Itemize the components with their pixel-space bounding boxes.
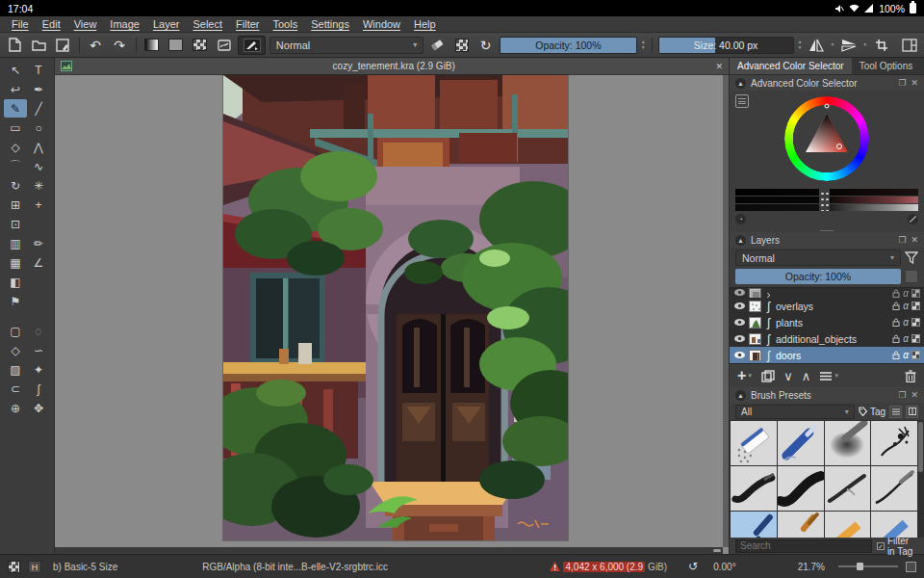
- move-layer-down-button[interactable]: ∨: [783, 369, 793, 383]
- shade-selector[interactable]: [735, 189, 918, 212]
- reload-preset-button[interactable]: ↻: [475, 36, 496, 55]
- trim-image-button[interactable]: [871, 36, 891, 55]
- visibility-eye-icon[interactable]: [733, 318, 746, 327]
- brush-preset-ink-pen-4[interactable]: [871, 466, 917, 511]
- alpha-lock-icon[interactable]: [911, 318, 920, 327]
- size-spinner[interactable]: ▲▼: [798, 39, 803, 50]
- preset-menu-icon[interactable]: [889, 406, 902, 418]
- visibility-eye-icon[interactable]: [733, 302, 746, 310]
- polyline-tool[interactable]: ⋀: [27, 138, 50, 156]
- rect-select-tool[interactable]: ▢: [4, 322, 27, 340]
- brush-preset-pencil-orange[interactable]: [825, 512, 871, 538]
- float-docker-icon[interactable]: ❐: [898, 390, 906, 400]
- transform-layer-tool[interactable]: ⊞: [4, 196, 27, 214]
- lock-icon[interactable]: [892, 334, 900, 343]
- brush-preset-eraser[interactable]: [731, 421, 777, 465]
- dynamic-brush-tool[interactable]: ↻: [4, 176, 27, 195]
- menu-tools[interactable]: Tools: [268, 18, 304, 30]
- duplicate-layer-button[interactable]: [761, 370, 775, 382]
- polygon-tool[interactable]: ◇: [4, 138, 27, 156]
- freehand-brush-tool[interactable]: ✎: [4, 99, 27, 118]
- menu-window[interactable]: Window: [357, 18, 406, 30]
- open-document-button[interactable]: [29, 36, 49, 55]
- alpha-lock-icon[interactable]: [911, 334, 920, 343]
- canvas-area[interactable]: [55, 75, 729, 554]
- canvas-painting[interactable]: [223, 75, 568, 540]
- multibrush-tool[interactable]: ✳: [27, 176, 50, 195]
- alpha-lock-icon[interactable]: [911, 289, 920, 298]
- canvas-rotation-icon[interactable]: ↺: [688, 560, 698, 573]
- brush-settings-button[interactable]: [214, 36, 234, 55]
- pattern-edit-tool[interactable]: ▦: [4, 253, 27, 272]
- selection-display-mode-icon[interactable]: [8, 561, 20, 573]
- brush-preset-ink-pen-2[interactable]: [778, 466, 824, 511]
- undo-button[interactable]: ↶: [86, 36, 106, 55]
- visibility-eye-icon[interactable]: [733, 288, 746, 297]
- preset-search-input[interactable]: [735, 539, 872, 553]
- canvas-horizontal-scrollbar[interactable]: [55, 547, 723, 554]
- gradient-tool[interactable]: ▥: [4, 234, 27, 252]
- text-tool[interactable]: T: [27, 61, 50, 79]
- visibility-eye-icon[interactable]: [733, 334, 746, 343]
- menu-edit[interactable]: Edit: [37, 18, 66, 30]
- close-icon[interactable]: ✕: [715, 62, 723, 71]
- redo-button[interactable]: ↷: [110, 36, 130, 55]
- alpha-lock-icon[interactable]: [911, 351, 920, 359]
- menu-view[interactable]: View: [68, 18, 103, 30]
- filter-in-tag-toggle[interactable]: ✓ Filter in Tag: [877, 536, 918, 557]
- preserve-alpha-button[interactable]: [451, 36, 472, 55]
- layer-row-clipped[interactable]: › α: [730, 288, 924, 298]
- brush-preset-ink-pen-1[interactable]: [731, 466, 777, 511]
- brush-preset-paint-brown[interactable]: [778, 512, 824, 538]
- zoom-slider[interactable]: [838, 565, 898, 567]
- checkbox-icon[interactable]: ✓: [877, 542, 885, 550]
- mirror-h-dropdown[interactable]: ▼: [830, 42, 834, 47]
- new-document-button[interactable]: [5, 36, 25, 55]
- tab-advanced-color-selector[interactable]: Advanced Color Selector: [730, 58, 852, 74]
- add-layer-button[interactable]: +▼: [737, 367, 753, 384]
- menu-settings[interactable]: Settings: [305, 18, 355, 30]
- brush-preset-wet-blue-selected[interactable]: [731, 512, 777, 538]
- brush-editor-button[interactable]: [238, 36, 266, 55]
- contiguous-select-tool[interactable]: ✦: [27, 360, 50, 379]
- menu-image[interactable]: Image: [104, 18, 145, 30]
- float-docker-icon[interactable]: ❐: [898, 235, 906, 245]
- preset-grid-scrollbar[interactable]: [918, 422, 923, 472]
- measure-tool[interactable]: ∠: [27, 253, 50, 272]
- zoom-tool[interactable]: ⊕: [4, 399, 27, 417]
- inherit-alpha-icon[interactable]: α: [903, 333, 909, 344]
- gradients-button[interactable]: [142, 36, 163, 55]
- preset-view-mode-icon[interactable]: [906, 406, 918, 418]
- color-sampler-tool[interactable]: ✏: [27, 234, 50, 252]
- pan-tool[interactable]: ✥: [27, 399, 50, 417]
- blending-mode-select[interactable]: Normal ▾: [270, 37, 424, 54]
- canvas-vertical-scrollbar[interactable]: [723, 75, 729, 547]
- edit-shapes-tool[interactable]: ↩: [4, 80, 27, 98]
- close-docker-icon[interactable]: ✕: [911, 390, 918, 400]
- mirror-vertical-button[interactable]: [838, 36, 859, 55]
- collapse-icon[interactable]: ▲: [735, 235, 746, 246]
- layer-opacity-toggle-icon[interactable]: [905, 270, 918, 283]
- color-history-icon[interactable]: ◔: [735, 214, 746, 224]
- float-docker-icon[interactable]: ❐: [898, 78, 906, 88]
- layer-properties-button[interactable]: ▼: [819, 371, 839, 381]
- fit-page-icon[interactable]: [906, 562, 916, 572]
- freehand-path-tool[interactable]: ∿: [27, 157, 50, 175]
- mirror-horizontal-button[interactable]: [806, 36, 826, 55]
- dither-pattern-button[interactable]: [190, 36, 210, 55]
- layer-opacity-slider[interactable]: Opacity: 100%: [735, 269, 901, 284]
- bezier-select-tool[interactable]: ⊂: [4, 380, 27, 398]
- brush-preset-marker-blue[interactable]: [778, 421, 824, 465]
- layer-filter-icon[interactable]: [905, 251, 918, 264]
- brush-preset-pencil-blue[interactable]: [871, 512, 917, 538]
- softness-button[interactable]: H: [28, 561, 41, 573]
- bezier-curve-tool[interactable]: ⌒: [4, 157, 27, 175]
- inherit-alpha-icon[interactable]: α: [903, 317, 909, 328]
- group-chevron-icon[interactable]: ›: [764, 288, 773, 298]
- menu-filter[interactable]: Filter: [230, 18, 265, 30]
- rectangle-tool[interactable]: ▭: [4, 118, 27, 137]
- preset-filter-select[interactable]: All ▾: [735, 405, 855, 419]
- layer-row-plants[interactable]: ʃ plants α: [730, 314, 924, 330]
- color-selector-settings-icon[interactable]: [735, 94, 749, 108]
- close-docker-icon[interactable]: ✕: [911, 78, 918, 88]
